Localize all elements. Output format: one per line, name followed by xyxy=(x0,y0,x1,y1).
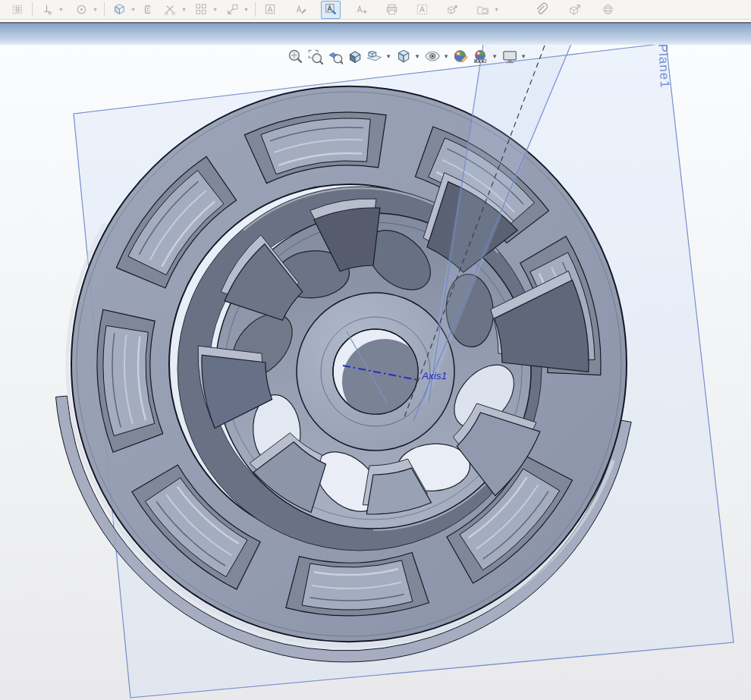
eye-icon xyxy=(423,48,440,64)
grid-box-icon xyxy=(11,2,25,17)
view-orientation-button[interactable] xyxy=(364,46,384,66)
circle-icon xyxy=(74,2,89,17)
print-stamp-button[interactable] xyxy=(382,1,401,19)
reference-point-dropdown-arrow[interactable]: ▾ xyxy=(91,2,99,18)
hide-show-items-dropdown-arrow[interactable]: ▾ xyxy=(441,46,451,66)
section-icon xyxy=(346,48,363,64)
sync-globe-icon xyxy=(601,2,615,17)
zoom-to-area-button[interactable] xyxy=(305,46,325,66)
insert-annotation-dropdown-arrow[interactable]: ▾ xyxy=(492,2,501,18)
feature-highlight-button[interactable] xyxy=(442,1,462,19)
zoom-area-icon xyxy=(306,48,323,64)
cube3d-icon xyxy=(112,2,127,17)
linear-pattern-button[interactable] xyxy=(191,1,211,19)
previous-view-button[interactable] xyxy=(325,46,344,66)
toolbar-separator xyxy=(104,2,105,17)
sketch-filter-button[interactable] xyxy=(8,1,27,19)
display-style-button[interactable] xyxy=(393,46,413,66)
appearance-ball-icon xyxy=(452,48,469,64)
attachments-button[interactable] xyxy=(531,1,551,19)
format-painter-button[interactable] xyxy=(321,1,341,19)
solid-bodies-dropdown-arrow[interactable]: ▾ xyxy=(129,2,137,18)
slot-arc-bar xyxy=(302,560,413,610)
edit-appearance-button[interactable] xyxy=(451,46,470,66)
monitor-icon xyxy=(501,48,517,64)
apply-scene-dropdown-arrow[interactable]: ▾ xyxy=(490,46,499,66)
graphics-viewport[interactable]: Axis1Plane1 xyxy=(0,0,751,700)
insert-annotation-button[interactable] xyxy=(473,1,492,19)
paperclip-icon xyxy=(534,2,548,17)
a-box-icon xyxy=(263,2,278,17)
a-arrow-icon xyxy=(324,2,338,17)
view-orient-icon xyxy=(366,48,382,64)
section-view-button[interactable] xyxy=(344,46,364,66)
note-button[interactable] xyxy=(260,1,280,19)
exit-sketch-button[interactable] xyxy=(222,1,242,19)
spell-checker-button[interactable] xyxy=(291,1,310,19)
hide-show-items-button[interactable] xyxy=(422,46,441,66)
top-toolbar: ▾▾▾▾▾▾▾ xyxy=(0,0,751,20)
reference-point-button[interactable] xyxy=(71,1,91,19)
axis-icon xyxy=(40,2,55,17)
view-settings-button[interactable] xyxy=(499,46,519,66)
a-dashed-icon xyxy=(415,2,429,17)
view-orientation-dropdown-arrow[interactable]: ▾ xyxy=(384,46,393,66)
pattern-icon xyxy=(194,2,209,17)
update-references-button[interactable] xyxy=(598,1,617,19)
display-style-icon xyxy=(394,48,411,64)
trim-entities-dropdown-arrow[interactable]: ▾ xyxy=(180,2,188,18)
cube-sparkle-icon xyxy=(445,2,460,17)
plane1-label[interactable]: Plane1 xyxy=(655,43,672,89)
trim-entities-button[interactable] xyxy=(160,1,180,19)
cshape-icon xyxy=(140,2,155,17)
reference-axis-dropdown-arrow[interactable]: ▾ xyxy=(57,2,65,18)
linear-pattern-dropdown-arrow[interactable]: ▾ xyxy=(211,2,219,18)
heads-up-view-toolbar: ▾▾▾▾▾ xyxy=(285,46,528,66)
convert-entities-button[interactable] xyxy=(137,1,157,19)
balloon-button[interactable] xyxy=(351,1,371,19)
view-settings-dropdown-arrow[interactable]: ▾ xyxy=(519,46,528,66)
toolbar-separator xyxy=(255,2,256,17)
prev-view-icon xyxy=(326,48,343,64)
solid-bodies-button[interactable] xyxy=(109,1,129,19)
scene-ball-icon xyxy=(472,48,489,64)
reference-axis-button[interactable] xyxy=(37,1,57,19)
exit-arrow-icon xyxy=(225,2,240,17)
axis1-label[interactable]: Axis1 xyxy=(421,370,447,381)
toolbar-separator xyxy=(32,2,33,17)
box-arrow-icon xyxy=(567,2,582,17)
folder-cube-icon xyxy=(476,2,490,17)
viewport-top-gradient-bar xyxy=(0,24,751,45)
zoom-fit-icon xyxy=(287,48,303,64)
exit-sketch-dropdown-arrow[interactable]: ▾ xyxy=(242,2,250,18)
a-pencil-icon xyxy=(294,2,308,17)
zoom-to-fit-button[interactable] xyxy=(285,46,305,66)
apply-scene-button[interactable] xyxy=(470,46,490,66)
hatch-area-button[interactable] xyxy=(412,1,432,19)
a-plus-icon xyxy=(354,2,369,17)
display-style-dropdown-arrow[interactable]: ▾ xyxy=(413,46,422,66)
pack-and-go-button[interactable] xyxy=(564,1,584,19)
scissors-icon xyxy=(163,2,178,17)
printer-icon xyxy=(385,2,399,17)
